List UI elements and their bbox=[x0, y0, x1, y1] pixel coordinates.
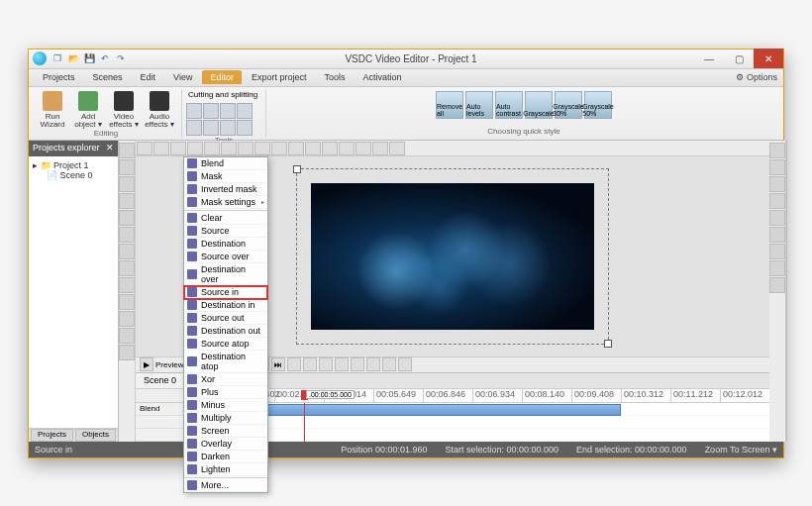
vtool-icon[interactable] bbox=[769, 227, 785, 243]
ctool-icon[interactable] bbox=[389, 142, 405, 155]
close-button[interactable]: ✕ bbox=[754, 49, 783, 68]
dropdown-item-destination-atop[interactable]: Destination atop bbox=[184, 351, 267, 373]
menu-edit[interactable]: Edit bbox=[133, 70, 164, 84]
project-tree[interactable]: ▸ 📁 Project 1 📄 Scene 0 bbox=[29, 156, 118, 428]
qat-save-icon[interactable]: 💾 bbox=[82, 51, 96, 65]
tool-icon[interactable] bbox=[203, 120, 219, 136]
tool-icon[interactable] bbox=[203, 103, 219, 119]
status-zoom[interactable]: Zoom To Screen ▾ bbox=[705, 445, 777, 455]
dropdown-item-mask[interactable]: Mask bbox=[184, 170, 267, 183]
vtool-icon[interactable] bbox=[119, 227, 135, 243]
dropdown-item-darken[interactable]: Darken bbox=[184, 451, 267, 463]
menu-editor[interactable]: Editor bbox=[202, 70, 242, 84]
dropdown-item-destination-over[interactable]: Destination over bbox=[184, 263, 267, 286]
vtool-icon[interactable] bbox=[119, 159, 135, 175]
ctool-icon[interactable] bbox=[137, 142, 152, 155]
dropdown-item-xor[interactable]: Xor bbox=[184, 373, 267, 386]
vtool-icon[interactable] bbox=[119, 210, 135, 226]
dropdown-item-source[interactable]: Source bbox=[184, 225, 267, 238]
vtool-icon[interactable] bbox=[119, 328, 135, 344]
menu-export[interactable]: Export project bbox=[244, 70, 315, 84]
dropdown-item-multiply[interactable]: Multiply bbox=[184, 412, 267, 425]
ctool-icon[interactable] bbox=[238, 142, 254, 155]
style-grayscale[interactable]: Grayscale bbox=[525, 91, 553, 119]
ptool-icon[interactable] bbox=[398, 357, 412, 371]
minimize-button[interactable]: — bbox=[694, 49, 724, 68]
ctool-icon[interactable] bbox=[322, 142, 338, 155]
add-object-button[interactable]: Add object ▾ bbox=[70, 89, 106, 129]
vtool-icon[interactable] bbox=[119, 244, 135, 259]
tl-tab-scene0[interactable]: Scene 0 bbox=[136, 373, 185, 388]
vtool-icon[interactable] bbox=[119, 311, 135, 327]
tab-objects-ex[interactable]: Objects ex... bbox=[75, 429, 116, 442]
dropdown-item-destination[interactable]: Destination bbox=[184, 238, 267, 251]
tool-icon[interactable] bbox=[220, 120, 236, 136]
vtool-icon[interactable] bbox=[769, 193, 785, 209]
menu-activation[interactable]: Activation bbox=[355, 70, 409, 84]
dropdown-item-inverted-mask[interactable]: Inverted mask bbox=[184, 183, 267, 196]
tab-projects-ex[interactable]: Projects ex... bbox=[31, 429, 73, 442]
ptool-icon[interactable] bbox=[382, 357, 396, 371]
audio-effects-button[interactable]: Audio effects ▾ bbox=[142, 89, 177, 129]
style-auto-levels[interactable]: Auto levels bbox=[465, 91, 493, 119]
ctool-icon[interactable] bbox=[153, 142, 169, 155]
video-effects-button[interactable]: Video effects ▾ bbox=[106, 89, 142, 129]
style-grayscale-50[interactable]: Grayscale 50% bbox=[584, 91, 612, 119]
vtool-icon[interactable] bbox=[769, 244, 785, 259]
style-auto-contrast[interactable]: Auto contrast bbox=[495, 91, 523, 119]
menu-tools[interactable]: Tools bbox=[316, 70, 353, 84]
vtool-icon[interactable] bbox=[769, 260, 785, 276]
track-area[interactable]: video_1 .00:00:05.000 bbox=[225, 403, 769, 442]
vtool-icon[interactable] bbox=[119, 260, 135, 276]
vtool-icon[interactable] bbox=[769, 159, 785, 175]
vtool-icon[interactable] bbox=[119, 277, 135, 293]
ptool-icon[interactable] bbox=[287, 357, 301, 371]
qat-undo-icon[interactable]: ↶ bbox=[98, 51, 112, 65]
selection-box[interactable] bbox=[296, 168, 609, 345]
dropdown-item-source-out[interactable]: Source out bbox=[184, 312, 267, 325]
run-wizard-button[interactable]: Run Wizard bbox=[35, 89, 70, 129]
dropdown-item-minus[interactable]: Minus bbox=[184, 399, 267, 412]
qat-new-icon[interactable]: ❐ bbox=[51, 51, 64, 65]
tool-icon[interactable] bbox=[237, 120, 253, 136]
dropdown-item-source-in[interactable]: Source in bbox=[184, 286, 267, 299]
goto-end-icon[interactable]: ⏭ bbox=[271, 357, 285, 371]
vtool-icon[interactable] bbox=[119, 345, 135, 360]
cutting-splitting-button[interactable]: Cutting and splitting bbox=[186, 89, 261, 100]
ctool-icon[interactable] bbox=[288, 142, 304, 155]
dropdown-item-lighten[interactable]: Lighten bbox=[184, 463, 267, 476]
maximize-button[interactable]: ▢ bbox=[724, 49, 754, 68]
ptool-icon[interactable] bbox=[366, 357, 380, 371]
vtool-icon[interactable] bbox=[119, 176, 135, 192]
dropdown-item-more-[interactable]: More... bbox=[184, 479, 267, 492]
options-button[interactable]: ⚙ Options bbox=[730, 70, 783, 84]
tool-icon[interactable] bbox=[237, 103, 253, 119]
ptool-icon[interactable] bbox=[319, 357, 333, 371]
dropdown-item-destination-in[interactable]: Destination in bbox=[184, 299, 267, 312]
ctool-icon[interactable] bbox=[204, 142, 220, 155]
dropdown-item-mask-settings[interactable]: Mask settings▸ bbox=[184, 196, 267, 209]
dropdown-item-plus[interactable]: Plus bbox=[184, 386, 267, 399]
style-remove-all[interactable]: Remove all bbox=[436, 91, 463, 119]
tool-icon[interactable] bbox=[220, 103, 236, 119]
menu-projects[interactable]: Projects bbox=[35, 70, 83, 84]
ctool-icon[interactable] bbox=[221, 142, 237, 155]
tool-icon[interactable] bbox=[186, 103, 202, 119]
dropdown-item-blend[interactable]: Blend bbox=[184, 157, 267, 170]
vtool-icon[interactable] bbox=[769, 176, 785, 192]
qat-redo-icon[interactable]: ↷ bbox=[114, 51, 128, 65]
vtool-icon[interactable] bbox=[119, 193, 135, 209]
playhead[interactable] bbox=[304, 403, 305, 442]
ctool-icon[interactable] bbox=[271, 142, 287, 155]
ctool-icon[interactable] bbox=[305, 142, 321, 155]
play-icon[interactable]: ▶ bbox=[140, 357, 153, 371]
menu-view[interactable]: View bbox=[165, 70, 200, 84]
ptool-icon[interactable] bbox=[351, 357, 364, 371]
dropdown-item-overlay[interactable]: Overlay bbox=[184, 438, 267, 451]
vtool-icon[interactable] bbox=[119, 294, 135, 310]
dropdown-item-destination-out[interactable]: Destination out bbox=[184, 325, 267, 338]
dropdown-item-source-atop[interactable]: Source atop bbox=[184, 338, 267, 351]
ctool-icon[interactable] bbox=[355, 142, 371, 155]
style-grayscale-30[interactable]: Grayscale 30% bbox=[555, 91, 582, 119]
panel-close-icon[interactable]: ✕ bbox=[106, 143, 114, 154]
